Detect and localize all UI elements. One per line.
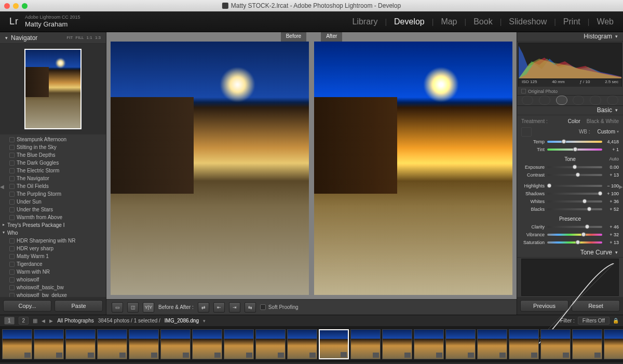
preset-item[interactable]: Under Sun bbox=[0, 198, 106, 206]
contrast-slider[interactable]: Contrast+ 13 bbox=[521, 171, 619, 179]
module-book[interactable]: Book bbox=[473, 17, 492, 26]
copy-button[interactable]: Copy... bbox=[3, 300, 51, 312]
maximize-icon[interactable] bbox=[22, 3, 28, 9]
filmstrip-thumb[interactable] bbox=[382, 329, 412, 359]
filmstrip-thumb[interactable] bbox=[97, 329, 127, 359]
filmstrip-thumb[interactable] bbox=[414, 329, 444, 359]
close-icon[interactable] bbox=[4, 3, 10, 9]
preset-item[interactable]: Under the Stars bbox=[0, 206, 106, 213]
filmstrip-thumb[interactable] bbox=[34, 329, 64, 359]
filename-dropdown-icon[interactable]: ▾ bbox=[203, 318, 206, 323]
preset-item[interactable]: Steampunk Afternoon bbox=[0, 136, 106, 143]
copy-after-button[interactable]: ⇥ bbox=[229, 302, 240, 313]
filmstrip-thumb[interactable] bbox=[129, 329, 159, 359]
zoom-1to1[interactable]: 1:1 bbox=[87, 35, 92, 40]
preset-item[interactable]: The Purpling Storm bbox=[0, 190, 106, 198]
swap-button[interactable]: ⇄ bbox=[198, 302, 209, 313]
clarity-slider[interactable]: Clarity+ 46 bbox=[521, 223, 619, 231]
zoom-ratio[interactable]: 1:3 bbox=[95, 35, 101, 40]
monitor-2-button[interactable]: 2 bbox=[19, 317, 29, 325]
original-photo-toggle[interactable]: Original Photo bbox=[517, 88, 623, 95]
filmstrip-thumb[interactable] bbox=[509, 329, 539, 359]
filmstrip-thumb[interactable] bbox=[255, 329, 286, 359]
filmstrip-thumb[interactable] bbox=[2, 329, 32, 359]
before-after-yy-button[interactable]: Y|Y bbox=[143, 302, 154, 313]
saturation-slider[interactable]: Saturation+ 13 bbox=[521, 239, 619, 247]
filmstrip-thumb[interactable] bbox=[540, 329, 571, 359]
preset-item[interactable]: Tigerdance bbox=[0, 260, 106, 268]
filmstrip-thumb[interactable] bbox=[350, 329, 381, 359]
module-library[interactable]: Library bbox=[353, 17, 378, 26]
prev-photo-icon[interactable]: ◀ bbox=[42, 318, 45, 323]
filmstrip-thumb[interactable] bbox=[287, 329, 317, 359]
shadows-slider[interactable]: Shadows+ 100 bbox=[521, 190, 619, 198]
preset-item[interactable]: Matty Warm 1 bbox=[0, 252, 106, 260]
navigator-header[interactable]: ▾ Navigator FIT FILL 1:1 1:3 bbox=[0, 32, 106, 44]
spot-tool-icon[interactable] bbox=[539, 96, 550, 105]
preset-folder[interactable]: Who bbox=[0, 229, 106, 237]
histogram-display[interactable]: ISO 125 40 mm ƒ / 10 2.5 sec bbox=[518, 43, 622, 87]
preset-item[interactable]: The Dark Goggles bbox=[0, 159, 106, 167]
filmstrip-thumb[interactable] bbox=[192, 329, 222, 359]
source-path[interactable]: All Photographs bbox=[57, 318, 94, 323]
eyedropper-icon[interactable] bbox=[521, 127, 532, 137]
soft-proofing-toggle[interactable]: Soft Proofing bbox=[260, 304, 299, 310]
dropdown-icon[interactable]: ▾ bbox=[617, 129, 619, 134]
module-map[interactable]: Map bbox=[441, 17, 457, 26]
tonecurve-header[interactable]: Tone Curve ▾ bbox=[517, 248, 623, 258]
tint-slider[interactable]: Tint+ 1 bbox=[521, 146, 619, 154]
module-develop[interactable]: Develop bbox=[394, 17, 425, 26]
highlights-slider[interactable]: Highlights− 100 bbox=[521, 182, 619, 190]
basic-header[interactable]: Basic ▾ bbox=[517, 106, 623, 115]
preset-item[interactable]: HDR very sharp bbox=[0, 245, 106, 252]
filmstrip-thumb[interactable] bbox=[477, 329, 507, 359]
preset-item[interactable]: The Electric Storm bbox=[0, 167, 106, 174]
module-print[interactable]: Print bbox=[563, 17, 580, 26]
preset-item[interactable]: Warm with NR bbox=[0, 268, 106, 276]
preset-folder[interactable]: Trey's Presets Package I bbox=[0, 221, 106, 229]
zoom-fill[interactable]: FILL bbox=[76, 35, 84, 40]
preset-item[interactable]: The Navigator bbox=[0, 174, 106, 182]
preset-item[interactable]: whoiswolf bbox=[0, 276, 106, 284]
zoom-fit[interactable]: FIT bbox=[66, 35, 73, 40]
brush-tool-icon[interactable] bbox=[607, 96, 618, 105]
navigator-thumbnail[interactable] bbox=[0, 44, 106, 134]
filmstrip[interactable] bbox=[0, 326, 623, 362]
grid-icon[interactable]: ▦ bbox=[33, 318, 37, 323]
module-slideshow[interactable]: Slideshow bbox=[509, 17, 547, 26]
filmstrip-thumb[interactable] bbox=[224, 329, 254, 359]
minimize-icon[interactable] bbox=[13, 3, 19, 9]
radial-tool-icon[interactable] bbox=[590, 96, 601, 105]
right-panel-collapse[interactable]: ▶ bbox=[619, 182, 623, 192]
before-after-lr-button[interactable]: ◫ bbox=[127, 302, 139, 313]
exposure-slider[interactable]: Exposure0.00 bbox=[521, 164, 619, 171]
auto-tone-button[interactable]: Auto bbox=[609, 156, 619, 161]
blacks-slider[interactable]: Blacks+ 52 bbox=[521, 206, 619, 213]
histogram-header[interactable]: Histogram ▾ bbox=[517, 32, 623, 42]
loupe-view-button[interactable]: ▭ bbox=[112, 302, 123, 313]
treatment-color[interactable]: Color bbox=[568, 118, 580, 124]
preset-item[interactable]: Warmth from Above bbox=[0, 213, 106, 221]
temp-slider[interactable]: Temp4,418 bbox=[521, 138, 619, 146]
filmstrip-thumb[interactable] bbox=[160, 329, 191, 359]
wb-value[interactable]: Custom bbox=[598, 129, 615, 134]
vibrance-slider[interactable]: Vibrance+ 32 bbox=[521, 231, 619, 239]
preset-item[interactable]: HDR Sharpening with NR bbox=[0, 237, 106, 245]
crop-tool-icon[interactable] bbox=[522, 96, 533, 105]
filmstrip-thumb[interactable] bbox=[319, 329, 349, 359]
redeye-tool-icon[interactable] bbox=[556, 96, 567, 105]
filmstrip-thumb[interactable] bbox=[445, 329, 476, 359]
preset-item[interactable]: whoiswolf_basic_bw bbox=[0, 284, 106, 291]
treatment-bw[interactable]: Black & White bbox=[587, 118, 619, 124]
gradient-tool-icon[interactable] bbox=[573, 96, 584, 105]
preset-item[interactable]: Stilting in the Sky bbox=[0, 143, 106, 151]
module-web[interactable]: Web bbox=[597, 17, 614, 26]
preset-item[interactable]: The Blue Depths bbox=[0, 151, 106, 159]
copy-before-button[interactable]: ⇤ bbox=[213, 302, 225, 313]
copy-both-button[interactable]: ⇆ bbox=[245, 302, 256, 313]
tone-curve-display[interactable] bbox=[521, 259, 619, 296]
filmstrip-thumb[interactable] bbox=[604, 329, 623, 359]
monitor-1-button[interactable]: 1 bbox=[4, 317, 15, 325]
filmstrip-thumb[interactable] bbox=[65, 329, 96, 359]
preset-item[interactable]: The Oil Fields bbox=[0, 182, 106, 190]
